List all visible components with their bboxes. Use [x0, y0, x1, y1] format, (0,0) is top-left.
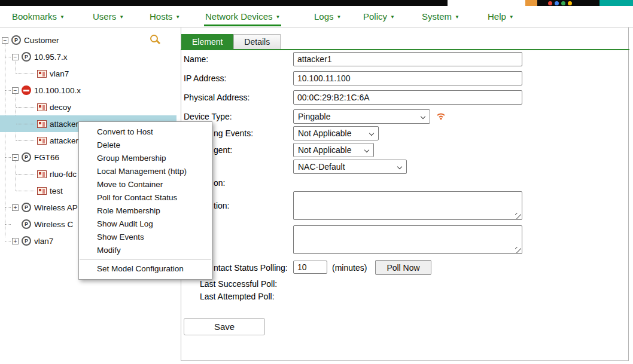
detail-panel: Element Details Name: IP Address: Physic…	[181, 27, 629, 361]
context-menu-item-set-model-configuration[interactable]: Set Model Configuration	[79, 262, 212, 276]
dropdown-arrow-icon: ▼	[509, 13, 514, 20]
physical-address-label: Physical Address:	[184, 93, 250, 102]
menubar-item-system[interactable]: System ▼	[422, 6, 459, 27]
tab-element[interactable]: Element	[181, 34, 233, 49]
tree-label: 10.100.100.x	[34, 86, 81, 95]
device-icon	[37, 70, 47, 78]
collapse-icon[interactable]: −	[12, 54, 19, 60]
extension-icon	[555, 1, 559, 5]
context-menu-item-delete[interactable]: Delete	[79, 139, 212, 152]
context-menu-item-show-audit-log[interactable]: Show Audit Log	[79, 218, 212, 231]
tab-details[interactable]: Details	[233, 34, 281, 49]
context-menu-item-convert-to-host[interactable]: Convert to Host	[79, 126, 212, 139]
context-menu: Convert to Host Delete Group Membership …	[78, 121, 212, 280]
events-label-fragment: ng Events:	[214, 129, 253, 138]
dropdown-arrow-icon: ▼	[119, 13, 124, 20]
menu-label: Hosts	[150, 11, 172, 22]
context-menu-item-local-management[interactable]: Local Management (http)	[79, 165, 212, 178]
tree-label: attacker	[50, 136, 78, 145]
context-menu-item-poll-for-contact-status[interactable]: Poll for Contact Status	[79, 191, 212, 204]
name-input[interactable]	[293, 52, 522, 66]
selected-value: Not Applicable	[298, 145, 352, 155]
tree-label: Wireless AP	[34, 203, 78, 212]
collapse-icon[interactable]: −	[2, 37, 8, 44]
container-icon: P	[11, 35, 21, 45]
events-select[interactable]: Not Applicable	[293, 126, 379, 140]
resize-handle-icon[interactable]	[515, 247, 521, 253]
dropdown-arrow-icon: ▼	[455, 13, 459, 20]
critical-alarm-icon	[22, 85, 31, 95]
extension-icon	[548, 1, 552, 5]
tree-label: test	[50, 186, 63, 195]
browser-topbar	[0, 0, 633, 6]
nac-profile-select[interactable]: NAC-Default	[293, 160, 407, 174]
expander-spacer	[12, 221, 19, 228]
menubar: Bookmarks ▼ Users ▼ Hosts ▼ Network Devi…	[0, 6, 633, 27]
menubar-item-hosts[interactable]: Hosts ▼	[150, 6, 180, 27]
browser-teal-block	[599, 0, 633, 6]
extension-icon	[568, 1, 572, 5]
collapse-icon[interactable]: −	[12, 154, 19, 161]
tree-item-10-95-7-x[interactable]: − P 10.95.7.x	[0, 48, 176, 65]
selected-value: NAC-Default	[298, 162, 345, 172]
menubar-item-bookmarks[interactable]: Bookmarks ▼	[12, 6, 65, 27]
browser-tab-highlight	[448, 0, 525, 6]
container-icon: P	[22, 236, 31, 246]
tree-label: vlan7	[34, 237, 53, 246]
multiline-field-1[interactable]	[293, 191, 522, 220]
menubar-item-network-devices[interactable]: Network Devices ▼	[205, 6, 280, 27]
device-icon	[37, 187, 47, 195]
tree-label: FGT66	[34, 153, 59, 162]
menu-label: Policy	[363, 11, 387, 22]
context-menu-separator	[80, 259, 211, 260]
context-menu-item-group-membership[interactable]: Group Membership	[79, 152, 212, 165]
tree-item-10-100-100-x[interactable]: − 10.100.100.x	[0, 82, 176, 99]
dropdown-chevron-icon	[397, 164, 402, 169]
context-menu-item-move-to-container[interactable]: Move to Container	[79, 178, 212, 191]
context-menu-item-role-membership[interactable]: Role Membership	[79, 204, 212, 218]
multiline-field-2[interactable]	[293, 225, 522, 254]
tree-item-decoy[interactable]: decoy	[0, 99, 176, 115]
resize-handle-icon[interactable]	[515, 213, 521, 219]
menubar-item-help[interactable]: Help ▼	[488, 6, 514, 27]
tree-label: decoy	[50, 103, 71, 112]
ip-address-label: IP Address:	[184, 74, 226, 83]
last-attempted-poll-label: Last Attempted Poll:	[200, 292, 275, 301]
agent-select[interactable]: Not Applicable	[293, 143, 374, 157]
tree-label: attacker	[50, 120, 78, 129]
container-icon: P	[22, 152, 31, 162]
ip-address-input[interactable]	[293, 71, 522, 85]
expand-icon[interactable]: +	[12, 238, 19, 244]
menubar-item-users[interactable]: Users ▼	[93, 6, 124, 27]
expand-icon[interactable]: +	[12, 204, 19, 211]
device-icon	[37, 120, 47, 128]
menubar-item-policy[interactable]: Policy ▼	[363, 6, 395, 27]
last-successful-poll-label: Last Successful Poll:	[200, 279, 277, 289]
menu-label: Network Devices	[205, 11, 273, 22]
physical-address-input[interactable]	[293, 90, 522, 105]
tree-label: vlan7	[50, 69, 69, 78]
label-fragment-on: on:	[214, 178, 225, 188]
dropdown-arrow-icon: ▼	[276, 13, 281, 20]
tree-label: Wireless C	[34, 220, 73, 229]
polling-interval-input[interactable]	[293, 261, 327, 274]
device-icon	[37, 170, 47, 178]
dropdown-arrow-icon: ▼	[175, 13, 180, 20]
context-menu-item-show-events[interactable]: Show Events	[79, 231, 212, 244]
container-icon: P	[22, 52, 31, 62]
polling-unit-label: (minutes)	[332, 263, 367, 273]
menu-label: Help	[488, 11, 506, 22]
save-button[interactable]: Save	[184, 318, 265, 335]
menu-label: Bookmarks	[12, 11, 57, 22]
device-type-select[interactable]: Pingable	[293, 109, 430, 124]
context-menu-item-modify[interactable]: Modify	[79, 244, 212, 257]
menubar-item-logs[interactable]: Logs ▼	[314, 6, 341, 27]
device-type-label: Device Type:	[184, 112, 232, 121]
tree-label: rluo-fdc	[50, 170, 77, 179]
collapse-icon[interactable]: −	[12, 87, 19, 94]
menu-label: Users	[93, 11, 116, 22]
poll-now-button[interactable]: Poll Now	[375, 260, 431, 275]
search-icon[interactable]	[150, 34, 160, 45]
container-icon: P	[22, 219, 31, 229]
tree-item-vlan7-device[interactable]: vlan7	[0, 65, 176, 82]
